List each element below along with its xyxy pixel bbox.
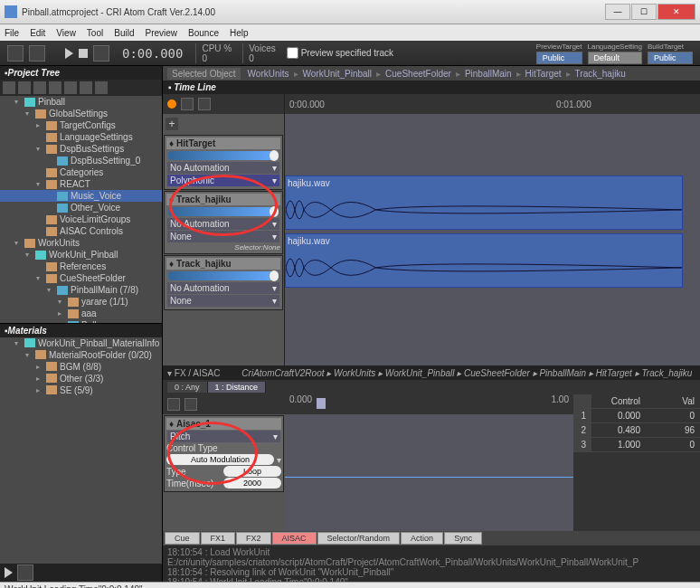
material-play-button[interactable] (5, 567, 13, 578)
materials-tree[interactable]: ▾WorkUnit_Pinball_MaterialInfo▾MaterialR… (0, 337, 162, 564)
table-row[interactable]: 31.0000 (573, 438, 700, 452)
tree-item[interactable]: ▾WorkUnits (0, 237, 162, 249)
menu-edit[interactable]: Edit (30, 28, 45, 38)
tree-tool[interactable] (80, 81, 92, 94)
aisac-tab-distance[interactable]: 1 : Distance (208, 382, 267, 393)
tree-item[interactable]: ▸Other (3/3) (0, 373, 162, 384)
build-target-dropdown[interactable]: Public (648, 52, 693, 64)
material-control[interactable] (17, 564, 33, 581)
menu-tool[interactable]: Tool (87, 28, 103, 38)
track-selector-dropdown[interactable]: None▾ (167, 231, 279, 242)
track-tool[interactable] (198, 98, 211, 110)
toolbar-btn-1[interactable] (7, 45, 24, 62)
maximize-button[interactable]: ☐ (631, 4, 657, 20)
tree-item[interactable]: ▸TargetConfigs (0, 119, 162, 131)
tree-tool[interactable] (18, 81, 31, 94)
menu-bounce[interactable]: Bounce (188, 28, 219, 38)
tree-item[interactable]: ▾REACT (0, 178, 162, 190)
aisac-graph[interactable]: 0.000 1.00 (285, 394, 573, 531)
breadcrumb-item[interactable]: WorkUnits (248, 69, 289, 79)
tab-sync[interactable]: Sync (444, 532, 482, 545)
minimize-button[interactable]: — (605, 4, 630, 20)
cue-volume-slider[interactable] (168, 151, 279, 160)
table-row[interactable]: 20.48096 (573, 423, 700, 438)
tree-item[interactable]: ▾CueSheetFolder (0, 272, 162, 284)
tree-tool[interactable] (49, 81, 61, 94)
breadcrumb-item[interactable]: PinballMain (465, 69, 512, 79)
time-input[interactable]: 2000 (223, 478, 281, 488)
breadcrumb-item[interactable]: WorkUnit_Pinball (303, 69, 373, 79)
lang-dropdown[interactable]: Default (588, 52, 643, 64)
tree-item[interactable]: Music_Voice (0, 190, 162, 202)
tree-item[interactable]: ▾WorkUnit_Pinball (0, 249, 162, 261)
tree-item[interactable]: ▸aaa (0, 308, 162, 319)
tree-tool[interactable] (33, 81, 46, 94)
tree-item[interactable]: Other_Voice (0, 202, 162, 213)
track-volume-slider[interactable] (168, 207, 279, 216)
tab-fx2[interactable]: FX2 (236, 532, 271, 545)
preview-target-dropdown[interactable]: Public (536, 52, 582, 64)
wave-clip-2[interactable]: hajiku.wav (285, 233, 683, 288)
tree-item[interactable]: ▾MaterialRootFolder (0/20) (0, 349, 162, 361)
tab-cue[interactable]: Cue (165, 532, 200, 545)
control-type-select[interactable]: Auto Modulation (166, 454, 274, 465)
stop-button[interactable] (79, 49, 88, 58)
track-automation-dropdown[interactable]: No Automation▾ (167, 218, 279, 230)
aisac-tool[interactable] (167, 398, 180, 411)
tree-item[interactable]: ▾Pinball (0, 96, 162, 108)
track-1[interactable]: ♦Track_hajiku No Automation▾ None▾ Selec… (164, 191, 283, 254)
type-select[interactable]: Loop (223, 466, 281, 477)
time-ruler[interactable]: 0:00.000 0:01.000 (285, 94, 700, 114)
table-row[interactable]: 10.0000 (573, 409, 700, 423)
breadcrumb-item[interactable]: HitTarget (525, 69, 562, 79)
tree-item[interactable]: LanguageSettings (0, 131, 162, 143)
tree-item[interactable]: DspBusSetting_0 (0, 155, 162, 166)
project-tree[interactable]: ▾Pinball▾GlobalSettings▸TargetConfigsLan… (0, 96, 162, 323)
track-2[interactable]: ♦Track_hajiku No Automation▾ None▾ (164, 255, 283, 310)
preview-track-checkbox[interactable] (287, 47, 298, 59)
cue-mode-dropdown[interactable]: Polyphonic▾ (167, 175, 279, 186)
aisac-block[interactable]: ♦Aisac_1 Pitch▾ Control Type Auto Modula… (164, 415, 284, 492)
menu-view[interactable]: View (56, 28, 76, 38)
wave-clip-1[interactable]: hajiku.wav (285, 175, 683, 230)
tree-item[interactable]: ▾yarare (1/1) (0, 296, 162, 308)
close-button[interactable]: ✕ (657, 4, 695, 20)
aisac-tab-any[interactable]: 0 : Any (167, 382, 208, 393)
cue-automation-dropdown[interactable]: No Automation▾ (167, 162, 279, 174)
tree-item[interactable]: ▾DspBusSettings (0, 143, 162, 155)
menu-preview[interactable]: Preview (145, 28, 177, 38)
tree-item[interactable]: Categories (0, 166, 162, 178)
add-track-button[interactable]: + (166, 118, 178, 130)
tab-selector[interactable]: Selector/Random (317, 532, 401, 545)
aisac-tool[interactable] (184, 398, 197, 411)
menu-help[interactable]: Help (230, 28, 249, 38)
tab-aisac[interactable]: AISAC (272, 532, 317, 545)
track-selector-dropdown[interactable]: None▾ (167, 295, 279, 307)
preview-track-check[interactable]: Preview specified track (287, 47, 393, 59)
tree-item[interactable]: AISAC Controls (0, 225, 162, 237)
tab-fx1[interactable]: FX1 (201, 532, 236, 545)
cue-track[interactable]: ♦HitTarget No Automation▾ Polyphonic▾ (164, 135, 283, 190)
tree-item[interactable]: ▾WorkUnit_Pinball_MaterialInfo (0, 337, 162, 349)
tree-item[interactable]: ▾GlobalSettings (0, 108, 162, 119)
breadcrumb-item[interactable]: Track_hajiku (575, 69, 626, 79)
tree-item[interactable]: References (0, 261, 162, 272)
tab-action[interactable]: Action (401, 532, 443, 545)
toolbar-btn-2[interactable] (29, 45, 45, 62)
tree-item[interactable]: ▸BGM (8/8) (0, 361, 162, 373)
tree-item[interactable]: ▾PinballMain (7/8) (0, 284, 162, 296)
loop-button[interactable] (93, 45, 109, 62)
tree-tool[interactable] (95, 81, 108, 94)
aisac-param-dropdown[interactable]: Pitch▾ (167, 431, 280, 442)
track-automation-dropdown[interactable]: No Automation▾ (167, 282, 279, 294)
menu-file[interactable]: File (5, 28, 19, 38)
playhead-icon[interactable] (317, 398, 326, 409)
breadcrumb-item[interactable]: CueSheetFolder (385, 69, 451, 79)
tree-item[interactable]: VoiceLimitGroups (0, 213, 162, 225)
tree-item[interactable]: ▸SE (5/9) (0, 384, 162, 396)
track-volume-slider[interactable] (168, 271, 279, 280)
track-tool[interactable] (181, 98, 194, 110)
menu-build[interactable]: Build (114, 28, 134, 38)
tree-tool[interactable] (64, 81, 77, 94)
play-button[interactable] (65, 48, 73, 59)
